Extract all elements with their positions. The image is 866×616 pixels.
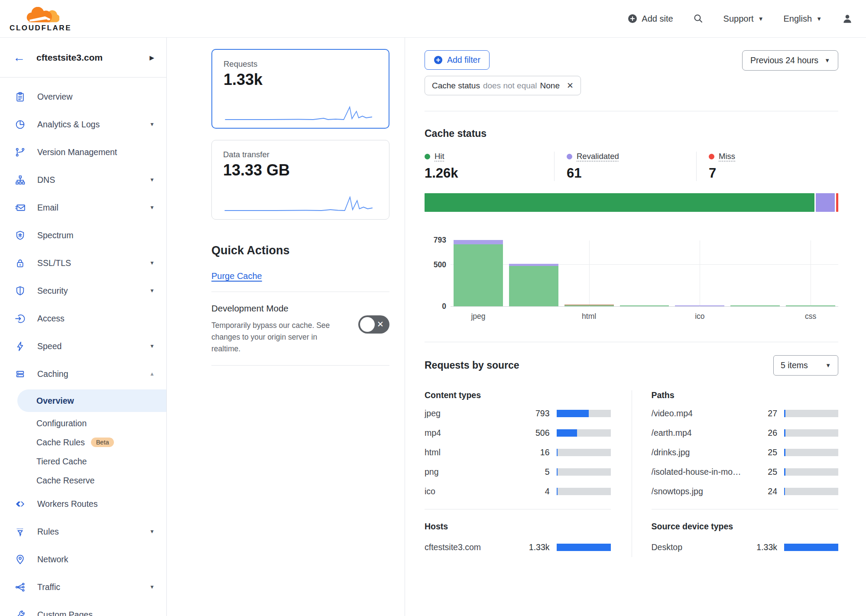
row-bar bbox=[784, 410, 838, 417]
subnav-item-cache-rules[interactable]: Cache Rules Beta bbox=[0, 433, 166, 452]
bar[interactable] bbox=[675, 305, 724, 306]
requests-sparkline bbox=[224, 104, 377, 123]
subnav-item-overview[interactable]: Overview bbox=[17, 389, 166, 412]
chevron-down-icon: ▼ bbox=[824, 57, 830, 64]
content-types-title: Content types bbox=[425, 390, 611, 400]
divider bbox=[425, 111, 838, 111]
cache-status-title: Cache status bbox=[425, 128, 838, 139]
top-header: CLOUDFLARE Add site Support ▼ English ▼ bbox=[0, 0, 866, 37]
sidebar-item-version-management[interactable]: Version Management bbox=[0, 138, 166, 166]
miss-dot bbox=[709, 154, 714, 159]
row-label: /drinks.jpg bbox=[652, 447, 743, 457]
source-device-types-section: Source device types Desktop1.33k bbox=[652, 509, 839, 557]
support-menu[interactable]: Support ▼ bbox=[723, 14, 764, 24]
row-label: ico bbox=[425, 486, 515, 496]
cloudflare-logo[interactable]: CLOUDFLARE bbox=[10, 7, 71, 32]
x-tick-label: css bbox=[783, 312, 838, 321]
hierarchy-icon bbox=[14, 174, 26, 185]
site-switcher[interactable]: ← cftestsite3.com ▶ bbox=[0, 38, 166, 78]
sidebar-item-overview[interactable]: Overview bbox=[0, 83, 166, 110]
development-mode-description: Temporarily bypass our cache. See change… bbox=[211, 320, 341, 355]
sidebar-item-spectrum[interactable]: Spectrum bbox=[0, 221, 166, 249]
chevron-down-icon: ▼ bbox=[149, 204, 155, 211]
sidebar-item-analytics-logs[interactable]: Analytics & Logs ▼ bbox=[0, 110, 166, 138]
back-arrow-icon[interactable]: ← bbox=[13, 52, 25, 64]
cache-status-filter-chip[interactable]: Cache status does not equal None ✕ bbox=[425, 76, 581, 95]
quick-actions-title: Quick Actions bbox=[211, 244, 389, 257]
sidebar-item-ssl-tls[interactable]: SSL/TLS ▼ bbox=[0, 249, 166, 277]
bar-column bbox=[617, 240, 672, 306]
envelope-icon bbox=[14, 202, 26, 213]
table-row: Desktop1.33k bbox=[652, 538, 839, 557]
sidebar-item-network[interactable]: Network bbox=[0, 545, 166, 573]
wrench-icon bbox=[14, 609, 26, 616]
row-value: 16 bbox=[522, 447, 550, 457]
data-transfer-metric-card[interactable]: Data transfer 13.33 GB bbox=[211, 140, 389, 220]
close-icon[interactable]: ✕ bbox=[567, 81, 574, 91]
share-network-icon bbox=[14, 581, 26, 593]
language-menu[interactable]: English ▼ bbox=[784, 14, 822, 24]
bar[interactable] bbox=[730, 305, 780, 306]
sidebar-item-custom-pages[interactable]: Custom Pages bbox=[0, 601, 166, 616]
bar[interactable] bbox=[454, 240, 503, 306]
sidebar-item-caching[interactable]: Caching ▲ bbox=[0, 360, 166, 388]
search-button[interactable] bbox=[693, 13, 704, 24]
row-value: 25 bbox=[749, 447, 777, 457]
x-tick-label: ico bbox=[672, 312, 727, 321]
shield-snowflake-icon bbox=[14, 230, 26, 241]
sidebar-item-rules[interactable]: Rules ▼ bbox=[0, 518, 166, 545]
row-value: 26 bbox=[749, 428, 777, 438]
row-label: /video.mp4 bbox=[652, 409, 743, 418]
chevron-down-icon: ▼ bbox=[816, 16, 822, 22]
subnav-item-cache-reserve[interactable]: Cache Reserve bbox=[0, 471, 166, 490]
table-row: /isolated-house-in-mo…25 bbox=[652, 462, 839, 482]
development-mode-toggle[interactable]: ✕ bbox=[358, 315, 389, 334]
sidebar-item-email[interactable]: Email ▼ bbox=[0, 194, 166, 221]
source-device-types-title: Source device types bbox=[652, 522, 839, 532]
subnav-item-tiered-cache[interactable]: Tiered Cache bbox=[0, 452, 166, 471]
location-pin-icon bbox=[14, 554, 26, 565]
bar[interactable] bbox=[564, 305, 614, 306]
add-filter-button[interactable]: Add filter bbox=[425, 50, 490, 70]
purge-cache-link[interactable]: Purge Cache bbox=[211, 271, 262, 281]
devices-rows: Desktop1.33k bbox=[652, 538, 839, 557]
sidebar-nav: Overview Analytics & Logs ▼ Version Mana… bbox=[0, 78, 166, 616]
items-count-dropdown[interactable]: 5 items ▼ bbox=[773, 355, 838, 376]
row-value: 506 bbox=[522, 428, 550, 438]
paths-title: Paths bbox=[652, 390, 839, 400]
left-table-column: Content types jpeg793mp4506html16png5ico… bbox=[425, 390, 632, 557]
sidebar-item-traffic[interactable]: Traffic ▼ bbox=[0, 573, 166, 601]
beta-badge: Beta bbox=[91, 438, 114, 447]
bar-column bbox=[727, 240, 783, 306]
hosts-section: Hosts cftestsite3.com1.33k bbox=[425, 509, 611, 557]
table-row: ico4 bbox=[425, 482, 611, 501]
toggle-off-x-icon: ✕ bbox=[377, 319, 384, 329]
sidebar-item-workers-routes[interactable]: Workers Routes bbox=[0, 490, 166, 518]
requests-metric-card[interactable]: Requests 1.33k bbox=[211, 49, 389, 129]
plus-circle-icon bbox=[434, 55, 443, 65]
cache-status-stacked-bar bbox=[425, 193, 838, 212]
filter-bar: Add filter Previous 24 hours ▼ bbox=[425, 50, 838, 71]
bar[interactable] bbox=[509, 264, 558, 306]
bar-column bbox=[561, 240, 617, 306]
time-range-dropdown[interactable]: Previous 24 hours ▼ bbox=[742, 50, 838, 71]
chevron-down-icon: ▼ bbox=[149, 288, 155, 294]
revalidated-dot bbox=[567, 154, 572, 159]
hosts-title: Hosts bbox=[425, 522, 611, 532]
account-button[interactable] bbox=[842, 13, 853, 24]
table-row: jpeg793 bbox=[425, 404, 611, 423]
subnav-item-configuration[interactable]: Configuration bbox=[0, 414, 166, 433]
sidebar-item-access[interactable]: Access bbox=[0, 305, 166, 332]
revalidated-value: 61 bbox=[567, 165, 696, 181]
pie-chart-icon bbox=[14, 119, 26, 130]
bar[interactable] bbox=[786, 305, 835, 306]
row-bar bbox=[784, 544, 838, 551]
add-site-button[interactable]: Add site bbox=[628, 14, 673, 24]
chevron-right-icon[interactable]: ▶ bbox=[149, 54, 154, 61]
row-label: mp4 bbox=[425, 428, 515, 438]
sidebar-item-security[interactable]: Security ▼ bbox=[0, 277, 166, 305]
sidebar-item-speed[interactable]: Speed ▼ bbox=[0, 332, 166, 360]
miss-value: 7 bbox=[709, 165, 838, 181]
bar[interactable] bbox=[620, 305, 669, 306]
sidebar-item-dns[interactable]: DNS ▼ bbox=[0, 166, 166, 194]
